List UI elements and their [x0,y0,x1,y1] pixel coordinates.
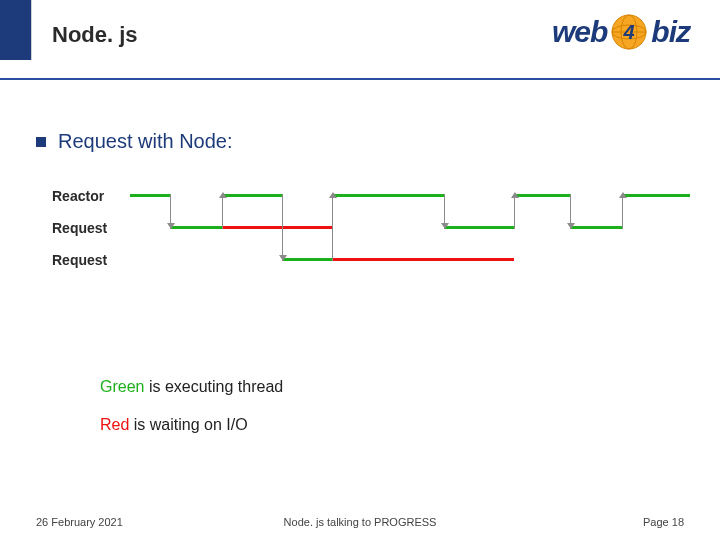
segment-green [444,226,514,229]
transition-line [514,194,515,229]
legend-green-rest: is executing thread [144,378,283,395]
legend-green-word: Green [100,378,144,395]
transition-arrow-icon [441,223,449,229]
transition-arrow-icon [567,223,575,229]
segment-green [170,226,222,229]
footer: 26 February 2021 Node. js talking to PRO… [0,516,720,528]
transition-line [332,194,333,261]
lane-request-2: Request [52,252,124,268]
transition-arrow-icon [167,223,175,229]
transition-line [222,194,223,229]
logo-web: web [552,15,607,49]
bullet-icon [36,137,46,147]
segment-green [622,194,690,197]
transition-arrow-icon [219,192,227,198]
lane-label-reactor: Reactor [52,188,124,204]
lane-request-1: Request [52,220,124,236]
segment-red [332,258,514,261]
bullet-text: Request with Node: [58,130,233,153]
lane-label-request-1: Request [52,220,124,236]
transition-arrow-icon [329,192,337,198]
transition-arrow-icon [511,192,519,198]
footer-center: Node. js talking to PROGRESS [284,516,437,528]
footer-page: Page 18 [643,516,684,528]
logo-number: 4 [623,21,635,43]
header-stripe [0,0,32,60]
page-title: Node. js [52,22,138,48]
legend-red: Red is waiting on I/O [100,416,248,434]
lane-label-request-2: Request [52,252,124,268]
segment-green [130,194,170,197]
transition-line [622,194,623,229]
header: Node. js web 4 biz [0,0,720,80]
segment-green [222,194,282,197]
legend-green: Green is executing thread [100,378,283,396]
logo-biz: biz [651,15,690,49]
segment-green [332,194,444,197]
segment-green [282,258,332,261]
footer-date: 26 February 2021 [36,516,123,528]
legend-red-word: Red [100,416,129,433]
lane-reactor: Reactor [52,188,124,204]
transition-arrow-icon [619,192,627,198]
transition-arrow-icon [279,255,287,261]
bullet-row: Request with Node: [36,130,233,153]
legend-red-rest: is waiting on I/O [129,416,247,433]
segment-red [222,226,332,229]
logo: web 4 biz [552,12,690,52]
globe-icon: 4 [609,12,649,52]
transition-line [282,194,283,261]
timeline-diagram [130,184,690,274]
segment-green [570,226,622,229]
segment-green [514,194,570,197]
